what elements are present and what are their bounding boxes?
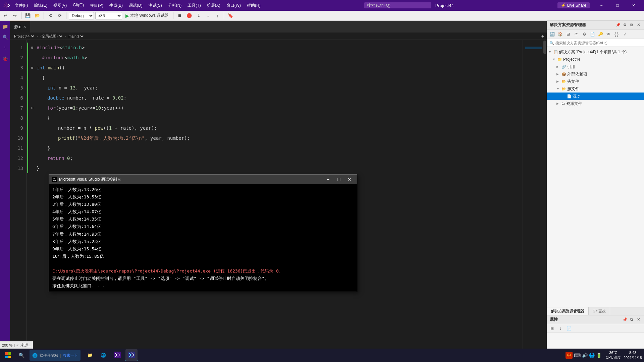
panel-close-button[interactable]: ✕ — [635, 22, 641, 28]
tree-references[interactable]: ▶ 🔗 引用 — [547, 63, 644, 70]
minimize-button[interactable]: − — [594, 0, 609, 11]
tree-source-files[interactable]: ▼ 📂 源文件 — [547, 85, 644, 93]
breakpoint-button[interactable]: 🔴 — [185, 12, 193, 20]
activity-search[interactable]: 🔍 — [1, 33, 9, 42]
menu-git[interactable]: Git(G) — [70, 2, 87, 9]
step-into[interactable]: ↓ — [204, 12, 212, 20]
platform-select[interactable]: x86 x64 — [95, 12, 122, 19]
fold-icon-1[interactable]: ⊟ — [31, 43, 35, 53]
stop-button[interactable]: ⏹ — [176, 12, 184, 20]
panel-settings-button[interactable]: ⚙ — [622, 22, 628, 28]
panel-float-button[interactable]: ⧉ — [629, 22, 635, 28]
input-method-icon[interactable]: 中 — [566, 352, 573, 359]
tree-solution[interactable]: ▼ 📋 解决方案 'Project44'(1 个项目/共 1 个) — [547, 48, 644, 56]
menu-debug[interactable]: 调试(D) — [126, 2, 145, 9]
undo2-button[interactable]: ⟲ — [46, 12, 54, 20]
panel-pin-button[interactable]: 📌 — [615, 22, 621, 28]
search-btn-label[interactable]: 搜索一下 — [63, 353, 78, 358]
menu-help[interactable]: 帮助(H) — [244, 2, 263, 9]
network-icon[interactable]: 🌐 — [589, 353, 595, 358]
tree-external-deps[interactable]: ▶ 📦 外部依赖项 — [547, 70, 644, 78]
properties-close-button[interactable]: ✕ — [635, 317, 641, 323]
activity-explorer[interactable]: 📁 — [1, 22, 9, 31]
menu-test[interactable]: 测试(S) — [146, 2, 165, 9]
prop-pages-btn[interactable]: 📄 — [565, 325, 573, 332]
se-bottom-tab-explorer[interactable]: 解决方案资源管理器 — [547, 307, 589, 315]
taskbar-clock[interactable]: 8:43 2021/11/18 — [624, 350, 642, 361]
se-home-button[interactable]: 🏠 — [556, 31, 564, 38]
properties-header: 属性 📌 ⧉ ✕ — [547, 315, 644, 324]
se-git-button[interactable]: ⑂ — [621, 31, 628, 38]
tree-resources[interactable]: ▶ 🗂 资源文件 — [547, 100, 644, 107]
menu-project[interactable]: 项目(P) — [87, 2, 106, 9]
debug-mode-select[interactable]: Debug Release — [69, 12, 94, 19]
console-restore-btn[interactable]: □ — [334, 176, 343, 183]
temperature-label: CPU温度 — [606, 355, 621, 360]
close-button[interactable]: ✕ — [626, 0, 641, 11]
se-search-bar[interactable]: 🔍 — [547, 39, 644, 47]
breadcrumb-project-select[interactable]: Project44 — [13, 34, 35, 39]
menu-analyze[interactable]: 分析(N) — [165, 2, 184, 9]
bookmark-button[interactable]: 🔖 — [226, 12, 234, 20]
zoom-value[interactable]: 200 % — [2, 343, 12, 347]
taskbar-vs-active[interactable] — [125, 349, 138, 361]
tree-headers[interactable]: ▶ 📂 头文件 — [547, 78, 644, 85]
scroll-thumb[interactable] — [543, 41, 546, 54]
redo-button[interactable]: ↪ — [11, 12, 19, 20]
se-toolbar: 🔄 🏠 ⊟ ⟳ ⚙ 📄 🔑 👁 { } ⑂ — [547, 29, 644, 39]
start-button[interactable] — [2, 349, 14, 361]
properties-pin-button[interactable]: 📌 — [622, 317, 628, 323]
add-tab-button[interactable]: + — [541, 34, 544, 39]
step-over[interactable]: ⤵ — [195, 12, 203, 20]
prop-alphabetical-btn[interactable]: ↕ — [557, 325, 564, 332]
menu-file[interactable]: 文件(F) — [12, 2, 31, 9]
se-bottom-tab-git[interactable]: Git 更改 — [589, 307, 610, 315]
se-collapse-button[interactable]: ⊟ — [565, 31, 572, 38]
menu-edit[interactable]: 编辑(E) — [31, 2, 50, 9]
restore-button[interactable]: □ — [610, 0, 625, 11]
tree-source-c[interactable]: ▶ 📄 源.c — [547, 93, 644, 100]
menu-extensions[interactable]: 扩展(X) — [204, 2, 223, 9]
taskbar-vs-icon[interactable] — [111, 349, 123, 361]
breadcrumb-fn-select[interactable]: main() — [67, 34, 85, 39]
redo2-button[interactable]: ⟳ — [56, 12, 64, 20]
properties-float-button[interactable]: ⧉ — [629, 317, 635, 323]
console-close-btn[interactable]: ✕ — [345, 176, 354, 183]
volume-icon[interactable]: 🔊 — [582, 353, 588, 358]
console-minimize-btn[interactable]: − — [323, 176, 333, 183]
menu-build[interactable]: 生成(B) — [107, 2, 125, 9]
search-bar[interactable]: 🌐 软件开发站 | 搜索一下 — [30, 350, 80, 361]
taskbar-browser[interactable]: 🌐 — [97, 349, 109, 361]
se-preview-button[interactable]: 👁 — [605, 31, 612, 38]
step-out[interactable]: ↑ — [213, 12, 221, 20]
breadcrumb-scope-select[interactable]: (全局范围) — [39, 34, 63, 39]
open-button[interactable]: 📂 — [33, 12, 41, 20]
fold-icon-3[interactable]: ⊟ — [31, 63, 35, 73]
activity-git[interactable]: ⑂ — [1, 44, 9, 52]
prop-categories-btn[interactable]: ⊞ — [548, 325, 556, 332]
battery-icon[interactable]: 🔋 — [596, 353, 602, 358]
tab-close-icon[interactable]: ✕ — [23, 25, 26, 29]
se-refresh-button[interactable]: 🔄 — [548, 31, 556, 38]
fold-icon-7[interactable]: ⊟ — [31, 103, 35, 113]
vertical-scrollbar[interactable] — [543, 40, 547, 355]
se-show-all-files[interactable]: 📄 — [589, 31, 596, 38]
se-properties-button[interactable]: 🔑 — [597, 31, 604, 38]
run-button[interactable]: ▶ 本地 Windows 调试器 — [123, 12, 171, 19]
menu-view[interactable]: 视图(V) — [51, 2, 69, 9]
save-button[interactable]: 💾 — [24, 12, 32, 20]
se-search-input[interactable] — [555, 41, 642, 45]
global-search-input[interactable] — [364, 2, 431, 8]
tree-project[interactable]: ▼ 📁 Project44 — [547, 56, 644, 63]
live-share-button[interactable]: ⚡ Live Share — [557, 2, 590, 8]
activity-debug[interactable]: 🐞 — [1, 54, 9, 63]
menu-tools[interactable]: 工具(T) — [185, 2, 203, 9]
taskbar-files[interactable]: 📁 — [84, 349, 96, 361]
tab-source-c[interactable]: 源.c ✕ — [10, 21, 30, 33]
se-pending-changes-button[interactable]: ⟳ — [573, 31, 580, 38]
undo-button[interactable]: ↩ — [1, 12, 9, 20]
se-filter-button[interactable]: ⚙ — [581, 31, 588, 38]
menu-window[interactable]: 窗口(W) — [224, 2, 244, 9]
search-button[interactable]: 🔍 — [15, 349, 28, 361]
se-code-button[interactable]: { } — [613, 31, 620, 38]
